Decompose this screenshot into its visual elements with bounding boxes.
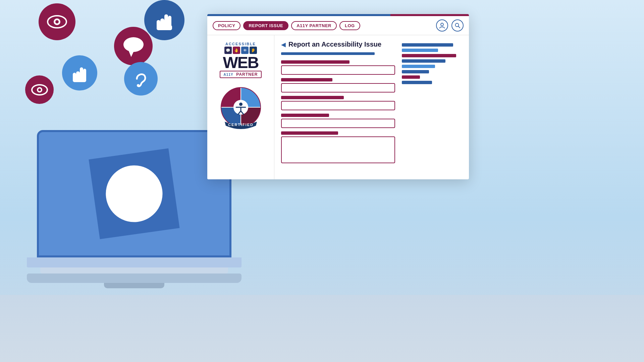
search-icon[interactable] [451,19,464,32]
hand-icon-top [144,0,184,40]
chart-bar-2 [402,49,438,52]
laptop-screen [37,130,231,257]
form-input-2[interactable] [281,83,395,93]
form-label-3 [281,96,344,99]
form-label-5 [281,131,338,135]
desk-surface [0,295,644,362]
page-heading: ◀ Report an Accessibility Issue [281,41,395,48]
nav-icon-group [436,19,464,32]
form-input-1[interactable] [281,65,395,75]
browser-navbar: POLICY REPORT ISSUE A11Y PARTNER LOG [207,16,469,35]
form-label-2 [281,78,332,81]
svg-point-8 [123,37,144,52]
certified-text: CERTIFIED [228,123,253,127]
chart-bar-7 [402,75,420,79]
browser-main-panel: ◀ Report an Accessibility Issue [274,35,469,179]
nav-buttons-group: POLICY REPORT ISSUE A11Y PARTNER LOG [213,21,360,30]
a11y-prefix: A11Y [224,73,233,76]
laptop-bezel [40,267,228,274]
log-button[interactable]: LOG [339,21,360,30]
form-row-5 [281,131,395,163]
svg-point-2 [55,20,59,23]
browser-content: ACCESSIBLE 💬 🤚 👁 👂 WEB A11Y PARTNER [207,35,469,179]
form-row-3 [281,96,395,110]
accessible-web-logo: ACCESSIBLE 💬 🤚 👁 👂 WEB A11Y PARTNER [220,42,262,78]
chart-bars [402,43,462,84]
laptop-hinge [104,283,164,288]
ear-icon [124,62,158,96]
browser-window: POLICY REPORT ISSUE A11Y PARTNER LOG [207,14,469,179]
partner-badge: A11Y PARTNER [220,71,262,78]
certified-badge: CERTIFIED [217,86,264,133]
chart-bar-5 [402,65,435,68]
user-svg [439,22,445,28]
form-panel: ◀ Report an Accessibility Issue [281,41,395,174]
form-input-4[interactable] [281,119,395,128]
svg-line-22 [134,190,136,204]
report-issue-button[interactable]: REPORT ISSUE [243,21,288,30]
partner-suffix: PARTNER [236,72,258,77]
svg-rect-7 [157,25,172,30]
browser-sidebar: ACCESSIBLE 💬 🤚 👁 👂 WEB A11Y PARTNER [207,35,274,179]
svg-point-32 [239,103,243,106]
eye-icon-topleft [39,3,75,40]
progress-bar [281,52,375,55]
form-input-3[interactable] [281,101,395,110]
form-textarea[interactable] [281,136,395,163]
page-title: Report an Accessibility Issue [288,41,381,48]
chart-panel [402,41,462,174]
back-arrow-icon[interactable]: ◀ [281,41,286,48]
form-row-1 [281,60,395,75]
laptop-screen-inner [89,148,179,239]
form-row-4 [281,114,395,128]
policy-button[interactable]: POLICY [213,21,240,30]
hand-icon-mid [62,55,97,90]
chart-bar-3 [402,54,456,57]
form-label-4 [281,114,329,117]
form-row-2 [281,78,395,93]
laptop-palm-rest [27,274,241,283]
certified-badge-svg: CERTIFIED [217,85,264,134]
chart-bar-8 [402,81,432,84]
logo-icon-ear: 👂 [250,47,257,54]
search-svg [454,22,461,28]
speech-bubble-icon [114,27,153,65]
svg-point-15 [137,84,140,87]
svg-line-27 [459,26,460,28]
svg-rect-14 [73,77,86,82]
chart-bar-4 [402,59,445,63]
web-label: WEB [220,55,262,71]
logo-icon-hand: 🤚 [233,47,240,54]
accessible-label: ACCESSIBLE [220,42,262,46]
svg-point-18 [38,88,41,91]
logo-icons-row: 💬 🤚 👁 👂 [220,47,262,54]
svg-point-25 [441,23,443,26]
chart-bar-1 [402,43,453,47]
form-label-1 [281,60,350,64]
laptop-base [27,257,241,267]
accessibility-person-icon [102,162,166,226]
user-icon[interactable] [436,19,448,32]
eye-icon-small [25,75,54,104]
chart-bar-6 [402,70,429,73]
logo-icon-speech: 💬 [224,47,232,54]
logo-icon-eye: 👁 [241,47,249,54]
a11y-partner-button[interactable]: A11Y PARTNER [291,21,337,30]
